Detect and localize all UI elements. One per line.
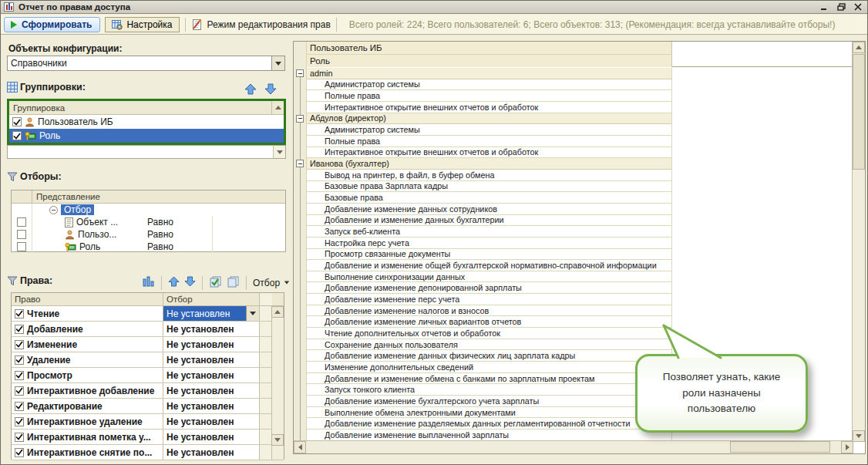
move-down-button[interactable] [264,83,277,97]
report-group-row[interactable]: Иванова (бухгалтер) [307,158,853,170]
move-up-button[interactable] [168,276,180,289]
report-item-row[interactable]: Выполнение синхронизации данных [307,271,853,283]
move-up-button[interactable] [244,83,257,97]
report-item-row[interactable]: Добавление изменение перс учета [307,294,853,305]
right-row[interactable]: ПросмотрНе установлен [12,368,284,383]
right-row[interactable]: ЧтениеНе установлен [12,306,284,322]
right-filter-value[interactable]: Не установлен [163,306,246,321]
report-item-row[interactable]: Интерактивное открытие внешних отчетов и… [307,147,853,159]
right-filter-value[interactable]: Не установлен [163,368,259,382]
right-filter-value[interactable]: Не установлен [163,352,259,367]
report-group-row[interactable]: admin [307,68,853,79]
horizontal-scroll-thumb[interactable] [730,441,830,453]
report-group-row[interactable]: Абдулов (директор) [307,113,853,125]
filter-use-checkbox[interactable] [17,242,26,251]
filter-use-checkbox[interactable] [17,217,26,227]
check-all-button[interactable] [209,275,222,290]
report-item-row[interactable]: Добавление и изменение общей бухгалтерск… [307,260,853,271]
config-objects-select[interactable]: Справочники [7,56,285,71]
right-checkbox[interactable] [15,371,24,380]
groupings-column-header[interactable]: Группировка [9,101,284,115]
right-row[interactable]: РедактированиеНе установлен [12,399,284,414]
collapse-icon[interactable] [296,69,304,77]
right-filter-value[interactable]: Не установлен [163,445,259,460]
report-item-row[interactable]: Просмотр связанные документы [307,249,853,261]
scroll-down-icon[interactable] [853,430,865,442]
checkbox[interactable] [12,117,22,126]
report-item-row[interactable]: Сохранение данных пользователя [307,339,853,351]
right-checkbox[interactable] [15,340,24,349]
rights-filter-dropdown[interactable]: Отбор [253,278,290,288]
filter-root-row[interactable]: Отбор [12,204,285,216]
minimize-button[interactable] [818,2,830,12]
right-filter-value[interactable]: Не установлен [163,399,259,413]
report-item-row[interactable]: Интерактивное открытие внешних отчетов и… [307,102,853,113]
collapse-icon[interactable] [296,160,304,167]
report-item-row[interactable]: Добавление изменение депонированной зарп… [307,282,853,294]
chevron-down-icon[interactable] [246,306,259,321]
right-checkbox[interactable] [15,402,24,411]
filter-row[interactable]: Объект ...Равно [12,216,285,228]
report-item-row[interactable]: Добавление изменение налогов и взносов [307,305,853,317]
grouping-row[interactable]: Роль [9,129,284,143]
report-item-row[interactable]: Администратор системы [307,124,853,136]
collapse-icon[interactable] [296,115,304,123]
right-row[interactable]: ДобавлениеНе установлен [12,322,284,337]
scroll-down-icon[interactable] [273,146,285,158]
right-row[interactable]: Интерактивное снятие по...Не установлен [12,445,284,460]
collapse-icon[interactable] [49,206,58,214]
right-checkbox[interactable] [15,325,24,334]
right-checkbox[interactable] [15,386,24,396]
generate-button[interactable]: Сформировать [4,17,100,32]
right-filter-value[interactable]: Не установлен [163,383,259,398]
right-row[interactable]: УдалениеНе установлен [12,352,284,368]
filter-use-checkbox[interactable] [17,230,26,239]
report-item-row[interactable]: Администратор системы [307,79,853,91]
report-vertical-scrollbar[interactable] [852,42,865,442]
scroll-up-icon[interactable] [271,306,284,318]
scroll-left-icon[interactable] [294,441,306,453]
scroll-down-icon[interactable] [271,434,284,446]
report-horizontal-scrollbar[interactable] [294,440,853,453]
right-checkbox[interactable] [15,433,24,442]
scroll-right-icon[interactable] [841,441,853,453]
right-checkbox[interactable] [15,417,24,426]
report-item-row[interactable]: Базовые права [307,192,853,204]
report-item-row[interactable]: Добавление изменение личных вариантов от… [307,316,853,328]
scroll-up-icon[interactable] [271,101,284,114]
rights-scrollbar[interactable] [271,306,284,460]
right-filter-value[interactable]: Не установлен [163,337,259,352]
right-row[interactable]: Интерактивная пометка у...Не установлен [12,430,284,445]
right-filter-value[interactable]: Не установлен [163,430,259,444]
report-item-row[interactable]: Чтение дополнительных отчетов и обработо… [307,328,853,339]
chevron-down-icon[interactable] [271,56,284,70]
right-row[interactable]: ИзменениеНе установлен [12,337,284,352]
filter-row[interactable]: Пользо...Равно [12,228,285,241]
move-down-button[interactable] [184,276,196,289]
settings-button[interactable]: Настройка [105,17,179,32]
report-item-row[interactable]: Добавление и изменение данных бухгалтери… [307,215,853,227]
report-item-row[interactable]: Запуск веб-клиента [307,226,853,238]
checkbox[interactable] [12,131,22,140]
report-item-row[interactable]: Настройка перс учета [307,238,853,249]
sort-hierarchy-button[interactable] [142,275,155,290]
right-checkbox[interactable] [15,448,24,457]
edit-mode-button[interactable]: Режим редактирования прав [191,19,331,31]
rights-column-headers[interactable]: Право Отбор [12,293,284,306]
right-filter-value[interactable]: Не установлен [163,322,259,336]
filters-column-header[interactable]: Представление [12,190,285,204]
vertical-scroll-thumb[interactable] [853,54,865,170]
scroll-up-icon[interactable] [853,42,865,53]
uncheck-all-button[interactable] [227,275,240,290]
close-button[interactable] [852,2,864,12]
right-row[interactable]: Интерактивное добавлениеНе установлен [12,383,284,399]
grouping-row[interactable]: Пользователь ИБ [9,115,284,129]
restore-button[interactable] [835,2,847,12]
report-item-row[interactable]: Вывод на принтер, в файл, в буфер обмена [307,170,853,181]
filter-row[interactable]: РольРавно [12,241,285,253]
right-checkbox[interactable] [15,309,24,318]
report-item-row[interactable]: Полные права [307,90,853,102]
right-row[interactable]: Интерактивное удалениеНе установлен [12,414,284,430]
report-item-row[interactable]: Базовые права Зарплата кадры [307,181,853,193]
report-item-row[interactable]: Полные права [307,136,853,147]
